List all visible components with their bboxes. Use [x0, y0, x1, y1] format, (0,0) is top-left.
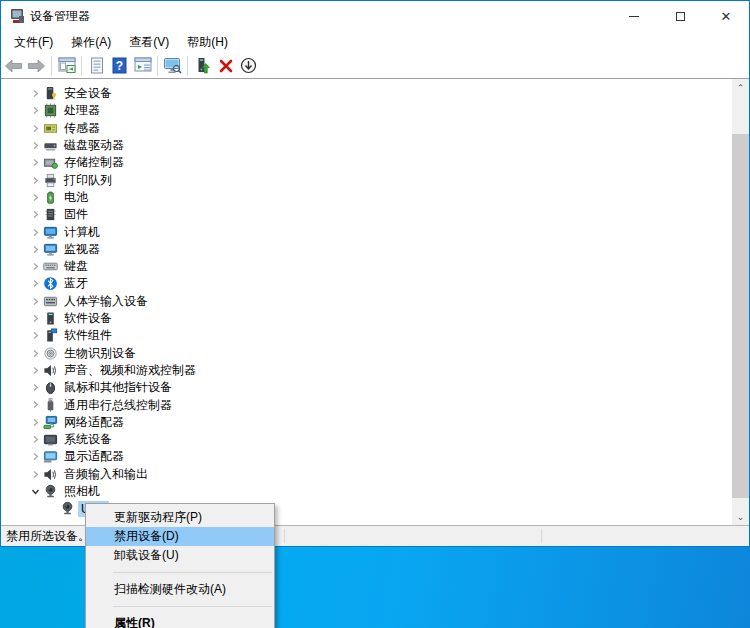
toolbar-button-uninstall-device[interactable]: [214, 54, 237, 77]
menubar-item-1[interactable]: 操作(A): [62, 32, 120, 53]
tree-item-1[interactable]: 处理器: [1, 102, 732, 119]
action-pane-icon: [134, 57, 152, 74]
chevron-right-icon[interactable]: [29, 331, 41, 340]
chevron-right-icon[interactable]: [29, 106, 41, 115]
chevron-right-icon[interactable]: [29, 245, 41, 254]
chevron-right-icon[interactable]: [29, 262, 41, 271]
speaker-icon: [43, 363, 58, 378]
tree-item-3[interactable]: 磁盘驱动器: [1, 137, 732, 154]
maximize-icon: [676, 12, 685, 21]
menubar-item-2[interactable]: 查看(V): [120, 32, 178, 53]
tree-item-2[interactable]: 传感器: [1, 120, 732, 137]
tree-item-12[interactable]: 人体学输入设备: [1, 293, 732, 310]
menubar: 文件(F)操作(A)查看(V)帮助(H): [1, 31, 749, 53]
webcam-icon: [43, 484, 58, 499]
tree-item-4[interactable]: 存储控制器: [1, 154, 732, 171]
scroll-up-icon[interactable]: ⌃: [732, 79, 749, 96]
tree-item-7[interactable]: 固件: [1, 206, 732, 223]
titlebar: 设备管理器 ✕: [1, 1, 749, 31]
hid-icon: [43, 294, 58, 309]
chevron-down-icon[interactable]: [29, 487, 41, 496]
chevron-right-icon[interactable]: [29, 314, 41, 323]
statusbar-divider: [284, 529, 285, 543]
tree-item-20[interactable]: 系统设备: [1, 431, 732, 448]
toolbar-button-properties[interactable]: [85, 54, 108, 77]
toolbar-button-action-pane[interactable]: [131, 54, 154, 77]
toolbar-button-disable-device[interactable]: [237, 54, 260, 77]
scrollbar-thumb[interactable]: [732, 134, 749, 498]
chevron-right-icon[interactable]: [29, 400, 41, 409]
bluetooth-icon: [43, 276, 58, 291]
context-menu-item-0[interactable]: 更新驱动程序(P): [86, 508, 274, 527]
vertical-scrollbar[interactable]: ⌃ ⌄: [732, 79, 749, 525]
tree-item-17[interactable]: 鼠标和其他指针设备: [1, 379, 732, 396]
chevron-right-icon[interactable]: [29, 349, 41, 358]
chevron-right-icon[interactable]: [29, 435, 41, 444]
tree-item-label: 照相机: [61, 482, 103, 501]
chevron-right-icon[interactable]: [29, 124, 41, 133]
close-icon: ✕: [721, 10, 732, 23]
context-menu-item-6[interactable]: 属性(R): [86, 614, 274, 628]
display-icon: [43, 449, 58, 464]
tree-item-5[interactable]: 打印队列: [1, 171, 732, 188]
tree-item-18[interactable]: 通用串行总线控制器: [1, 396, 732, 413]
printer-icon: [43, 173, 58, 188]
toolbar-button-forward-arrow[interactable]: [25, 54, 48, 77]
chevron-right-icon[interactable]: [29, 228, 41, 237]
tree-item-label: 音频输入和输出: [61, 465, 151, 484]
tree-item-23[interactable]: 照相机: [1, 483, 732, 500]
scan-hardware-changes-icon: [163, 57, 182, 74]
tree-item-label: 声音、视频和游戏控制器: [61, 361, 199, 380]
minimize-button[interactable]: [611, 1, 657, 31]
tree-item-label: 安全设备: [61, 84, 115, 103]
tree-item-14[interactable]: 软件组件: [1, 327, 732, 344]
tree-item-9[interactable]: 监视器: [1, 241, 732, 258]
menubar-item-3[interactable]: 帮助(H): [178, 32, 237, 53]
tree-item-15[interactable]: 生物识别设备: [1, 344, 732, 361]
chevron-right-icon[interactable]: [29, 158, 41, 167]
toolbar: ?: [1, 53, 749, 79]
chevron-right-icon[interactable]: [29, 418, 41, 427]
scroll-down-icon[interactable]: ⌄: [732, 508, 749, 525]
context-menu-item-4[interactable]: 扫描检测硬件改动(A): [86, 580, 274, 599]
context-menu-item-2[interactable]: 卸载设备(U): [86, 546, 274, 565]
tree-item-11[interactable]: 蓝牙: [1, 275, 732, 292]
chevron-right-icon[interactable]: [29, 141, 41, 150]
toolbar-button-scan-hardware-changes[interactable]: [161, 54, 184, 77]
toolbar-button-help[interactable]: ?: [108, 54, 131, 77]
tree-item-10[interactable]: 键盘: [1, 258, 732, 275]
toolbar-button-show-console-tree[interactable]: [55, 54, 78, 77]
tree-item-label: 蓝牙: [61, 274, 91, 293]
tree-item-13[interactable]: 软件设备: [1, 310, 732, 327]
tree-item-8[interactable]: 计算机: [1, 223, 732, 240]
tree-item-21[interactable]: 显示适配器: [1, 448, 732, 465]
chevron-right-icon[interactable]: [29, 279, 41, 288]
close-button[interactable]: ✕: [703, 1, 749, 31]
maximize-button[interactable]: [657, 1, 703, 31]
back-arrow-icon: [4, 58, 23, 74]
toolbar-button-update-driver[interactable]: [191, 54, 214, 77]
tree-item-0[interactable]: 安全设备: [1, 85, 732, 102]
device-manager-window: 设备管理器 ✕ 文件(F)操作(A)查看(V)帮助(H) ? 安全设备处理器传感…: [0, 0, 750, 547]
biometric-icon: [43, 346, 58, 361]
chevron-right-icon[interactable]: [29, 470, 41, 479]
software-device-icon: [43, 311, 58, 326]
chevron-right-icon[interactable]: [29, 176, 41, 185]
tree-item-label: 计算机: [61, 223, 103, 242]
chevron-right-icon[interactable]: [29, 193, 41, 202]
chevron-right-icon[interactable]: [29, 210, 41, 219]
toolbar-button-back-arrow[interactable]: [2, 54, 25, 77]
tree-item-19[interactable]: 网络适配器: [1, 414, 732, 431]
chevron-right-icon[interactable]: [29, 366, 41, 375]
context-menu-separator: [113, 606, 272, 607]
tree-item-6[interactable]: 电池: [1, 189, 732, 206]
menubar-item-0[interactable]: 文件(F): [5, 32, 62, 53]
tree-item-16[interactable]: 声音、视频和游戏控制器: [1, 362, 732, 379]
chevron-right-icon[interactable]: [29, 297, 41, 306]
context-menu-item-1[interactable]: 禁用设备(D): [86, 527, 274, 546]
window-title: 设备管理器: [30, 8, 90, 25]
chevron-right-icon[interactable]: [29, 383, 41, 392]
chevron-right-icon[interactable]: [29, 89, 41, 98]
chevron-right-icon[interactable]: [29, 452, 41, 461]
tree-item-22[interactable]: 音频输入和输出: [1, 466, 732, 483]
